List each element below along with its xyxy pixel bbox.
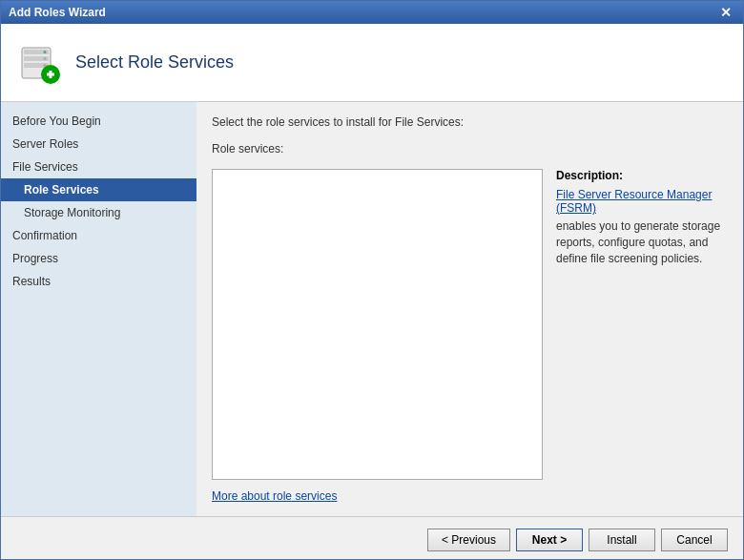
role-services-box: Description: File Server Resource Manage…	[212, 169, 728, 480]
svg-point-4	[44, 51, 47, 53]
nav-item-file-services[interactable]: File Services	[1, 156, 196, 178]
nav-item-storage-monitoring[interactable]: Storage Monitoring	[1, 201, 196, 224]
main-wrapper: Select Role Services Before You BeginSer…	[1, 24, 743, 559]
add-roles-wizard: Add Roles Wizard ✕	[0, 0, 744, 560]
header-banner: Select Role Services	[1, 24, 743, 102]
nav-item-role-services[interactable]: Role Services	[1, 178, 196, 201]
nav-item-confirmation[interactable]: Confirmation	[1, 224, 196, 247]
title-bar: Add Roles Wizard ✕	[1, 1, 743, 24]
left-nav: Before You BeginServer RolesFile Service…	[1, 102, 196, 516]
page-title: Select Role Services	[75, 52, 234, 73]
more-about-link[interactable]: More about role services	[212, 489, 728, 503]
nav-item-server-roles[interactable]: Server Roles	[1, 133, 196, 156]
services-list	[212, 169, 543, 480]
svg-point-5	[44, 57, 47, 60]
window-title: Add Roles Wizard	[9, 6, 106, 19]
cancel-button[interactable]: Cancel	[661, 529, 728, 551]
description-label: Description:	[556, 169, 728, 182]
description-link[interactable]: File Server Resource Manager (FSRM)	[556, 188, 712, 215]
right-panel: Select the role services to install for …	[196, 102, 743, 516]
previous-button[interactable]: < Previous	[427, 529, 510, 551]
role-services-label: Role services:	[212, 142, 728, 156]
nav-item-results[interactable]: Results	[1, 270, 196, 293]
body-content: Before You BeginServer RolesFile Service…	[1, 102, 743, 516]
footer-buttons: < Previous Next > Install Cancel	[16, 525, 728, 551]
install-button[interactable]: Install	[589, 529, 655, 551]
svg-rect-9	[50, 71, 52, 78]
description-panel: Description: File Server Resource Manage…	[556, 169, 728, 480]
intro-text: Select the role services to install for …	[212, 115, 728, 129]
footer-area: < Previous Next > Install Cancel	[1, 516, 743, 559]
close-button[interactable]: ✕	[716, 5, 735, 20]
description-text: enables you to generate storage reports,…	[556, 218, 728, 266]
nav-item-before-you-begin[interactable]: Before You Begin	[1, 110, 196, 133]
wizard-icon	[16, 40, 62, 86]
next-button[interactable]: Next >	[516, 529, 583, 551]
nav-item-progress[interactable]: Progress	[1, 247, 196, 270]
